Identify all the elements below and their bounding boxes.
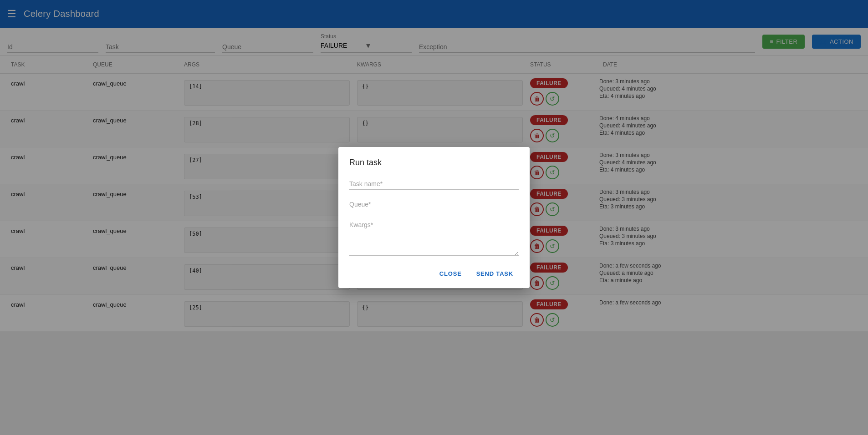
kwargs-textarea[interactable]: [349, 219, 519, 256]
modal-overlay: Run task CLOSE SEND TASK: [0, 0, 868, 332]
task-name-input[interactable]: [349, 178, 519, 190]
dialog-title: Run task: [349, 158, 519, 167]
queue-field: [349, 199, 519, 210]
send-task-button[interactable]: SEND TASK: [471, 267, 519, 281]
run-task-dialog: Run task CLOSE SEND TASK: [338, 147, 530, 288]
task-name-field: [349, 178, 519, 190]
queue-input[interactable]: [349, 199, 519, 210]
dialog-actions: CLOSE SEND TASK: [349, 267, 519, 281]
close-button[interactable]: CLOSE: [434, 267, 467, 281]
kwargs-field: [349, 219, 519, 258]
